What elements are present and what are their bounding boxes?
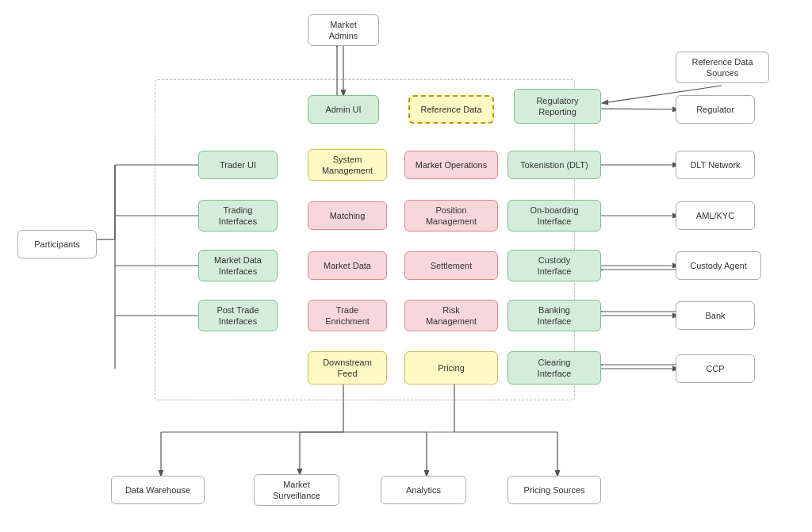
diagram: Market Admins Admin UI Reference Data Re…	[0, 0, 812, 532]
risk-management-label: Risk Management	[426, 304, 477, 327]
trading-interfaces-label: Trading Interfaces	[219, 205, 257, 228]
trading-interfaces-node[interactable]: Trading Interfaces	[198, 200, 278, 232]
market-admins-label: Market Admins	[329, 19, 358, 42]
market-data-node[interactable]: Market Data	[308, 251, 387, 280]
reference-data-sources-node: Reference Data Sources	[676, 52, 769, 83]
clearing-interface-label: Clearing Interface	[538, 357, 572, 380]
banking-interface-label: Banking Interface	[538, 304, 572, 327]
market-data-label: Market Data	[324, 260, 371, 271]
participants-label: Participants	[34, 239, 79, 250]
trader-ui-node[interactable]: Trader UI	[198, 151, 278, 179]
admin-ui-node[interactable]: Admin UI	[308, 95, 379, 124]
position-management-label: Position Management	[426, 205, 477, 228]
clearing-interface-node[interactable]: Clearing Interface	[508, 351, 601, 385]
market-data-interfaces-node[interactable]: Market Data Interfaces	[198, 250, 278, 281]
tokenisation-dlt-node[interactable]: Tokenistion (DLT)	[508, 151, 601, 179]
ccp-node: CCP	[676, 354, 755, 383]
analytics-label: Analytics	[406, 484, 441, 496]
position-management-node[interactable]: Position Management	[404, 200, 498, 232]
custody-agent-node: Custody Agent	[676, 251, 761, 280]
aml-kyc-node: AML/KYC	[676, 201, 755, 230]
downstream-feed-label: Downstream Feed	[323, 357, 372, 380]
custody-agent-label: Custody Agent	[690, 260, 747, 271]
post-trade-interfaces-node[interactable]: Post Trade Interfaces	[198, 300, 278, 331]
market-admins-node: Market Admins	[308, 14, 379, 46]
trade-enrichment-node[interactable]: Trade Enrichment	[308, 300, 387, 331]
pricing-node[interactable]: Pricing	[404, 351, 498, 385]
regulatory-reporting-label: Regulatory Reporting	[536, 95, 578, 118]
settlement-node[interactable]: Settlement	[404, 251, 498, 280]
settlement-label: Settlement	[431, 260, 473, 271]
market-operations-label: Market Operations	[416, 159, 487, 170]
trade-enrichment-label: Trade Enrichment	[325, 304, 370, 327]
regulator-label: Regulator	[696, 104, 734, 115]
post-trade-interfaces-label: Post Trade Interfaces	[216, 304, 259, 327]
regulatory-reporting-node[interactable]: Regulatory Reporting	[514, 89, 601, 124]
system-management-node[interactable]: System Management	[308, 149, 387, 181]
risk-management-node[interactable]: Risk Management	[404, 300, 498, 331]
banking-interface-node[interactable]: Banking Interface	[508, 300, 601, 331]
market-surveillance-label: Market Surveillance	[273, 479, 320, 502]
pricing-sources-node: Pricing Sources	[508, 476, 601, 504]
matching-node[interactable]: Matching	[308, 201, 387, 230]
custody-interface-node[interactable]: Custody Interface	[508, 250, 601, 281]
analytics-node: Analytics	[381, 476, 466, 504]
bank-node: Bank	[676, 301, 755, 330]
data-warehouse-label: Data Warehouse	[125, 484, 190, 496]
data-warehouse-node: Data Warehouse	[111, 476, 205, 504]
aml-kyc-label: AML/KYC	[696, 210, 734, 221]
admin-ui-label: Admin UI	[325, 104, 361, 115]
trader-ui-label: Trader UI	[220, 159, 256, 170]
downstream-feed-node[interactable]: Downstream Feed	[308, 351, 387, 385]
dlt-network-node: DLT Network	[676, 151, 755, 179]
bank-label: Bank	[705, 310, 725, 321]
system-management-label: System Management	[322, 154, 373, 177]
pricing-label: Pricing	[438, 362, 465, 373]
onboarding-interface-label: On-boarding Interface	[530, 205, 578, 228]
market-surveillance-node: Market Surveillance	[254, 474, 339, 506]
ccp-label: CCP	[706, 363, 724, 374]
regulator-node: Regulator	[676, 95, 755, 124]
tokenisation-dlt-label: Tokenistion (DLT)	[520, 159, 588, 170]
matching-label: Matching	[330, 210, 366, 221]
custody-interface-label: Custody Interface	[538, 255, 572, 277]
reference-data-sources-label: Reference Data Sources	[691, 56, 753, 79]
market-data-interfaces-label: Market Data Interfaces	[214, 255, 262, 277]
pricing-sources-label: Pricing Sources	[523, 484, 584, 496]
dlt-network-label: DLT Network	[690, 159, 740, 170]
onboarding-interface-node[interactable]: On-boarding Interface	[508, 200, 601, 232]
reference-data-node[interactable]: Reference Data	[408, 95, 494, 124]
market-operations-node[interactable]: Market Operations	[404, 151, 498, 179]
svg-line-3	[599, 109, 678, 109]
reference-data-label: Reference Data	[420, 104, 481, 115]
participants-node: Participants	[17, 230, 97, 258]
